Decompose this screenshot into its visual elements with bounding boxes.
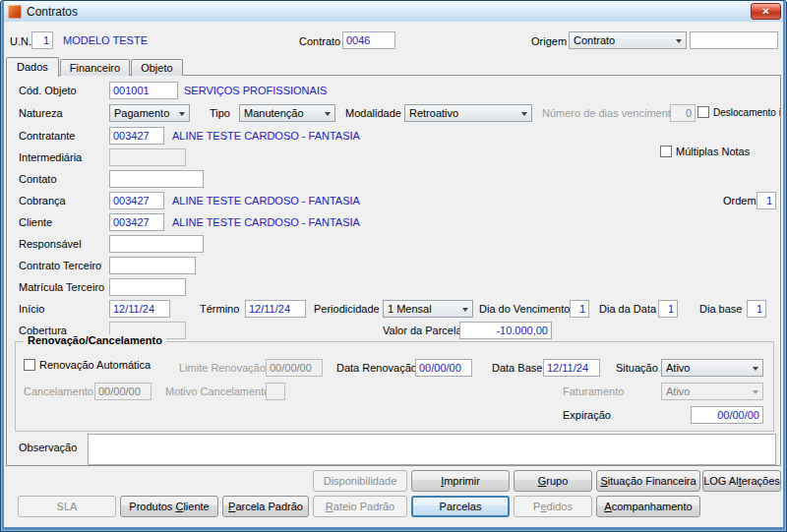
dia-base-input[interactable] [747,300,766,318]
dia-vencimento-input[interactable] [570,300,589,318]
situacao-select-value: Ativo [666,362,690,374]
cancelamento-input [94,383,151,400]
natureza-select-value: Pagamento [114,107,169,119]
cliente-input[interactable] [109,213,164,231]
dia-data-label: Dia da Data [599,303,656,315]
modalidade-label: Modalidade [345,107,401,119]
inicio-label: Início [19,303,44,315]
deslocamento-incluso-label: Deslocamento incluso [713,107,781,118]
inicio-input[interactable] [109,300,170,318]
data-renovacao-input[interactable] [415,359,472,377]
cod-objeto-label: Cód. Objeto [19,85,77,96]
motivo-cancelamento-input [266,383,285,400]
observacao-textarea[interactable] [88,434,776,465]
observacao-label: Observação [19,442,77,453]
sla-button: SLA [18,496,116,517]
tipo-select[interactable]: Manutenção [239,104,335,122]
modalidade-select[interactable]: Retroativo [404,104,532,122]
situacao-select[interactable]: Ativo [661,359,763,377]
limite-renovacao-label: Limite Renovação [179,362,266,374]
periodicidade-select[interactable]: 1 Mensal [383,300,473,318]
renovacao-automatica-label: Renovação Automática [39,359,151,371]
dia-data-input[interactable] [658,300,678,318]
un-input[interactable] [31,31,53,49]
checkbox-box [24,359,35,371]
chevron-down-icon [753,367,758,374]
intermediaria-label: Intermediária [19,151,82,163]
expiracao-input[interactable] [691,406,763,424]
parcelas-button[interactable]: Parcelas [411,496,510,517]
dias-vencimento-label: Número de dias vencimento [542,107,677,119]
tab-objeto[interactable]: Objeto [131,59,182,76]
contratos-window: Contratos ✕ U.N. MODELO TESTE Contrato O… [0,0,787,532]
pedidos-button: Pedidos [514,496,592,517]
origem-select[interactable]: Contrato [569,31,687,49]
origem-select-value: Contrato [574,34,615,46]
termino-input[interactable] [245,300,306,318]
data-renovacao-label: Data Renovação [336,362,417,374]
cancelamento-label: Cancelamento [24,385,93,397]
expiracao-label: Expiração [563,409,611,421]
parcela-padrao-button[interactable]: Parcela Padrão [222,496,309,517]
multiplas-notas-checkbox[interactable]: Múltiplas Notas [660,146,750,157]
natureza-select[interactable]: Pagamento [109,104,190,122]
un-label: U.N. [10,35,31,47]
renovacao-automatica-checkbox[interactable]: Renovação Automática [24,359,151,371]
tab-financeiro[interactable]: Financeiro [60,59,130,76]
checkbox-box [697,106,709,118]
cobranca-input[interactable] [109,192,164,209]
tipo-label: Tipo [210,107,230,119]
chevron-down-icon [179,112,185,119]
cobranca-label: Cobrança [19,195,66,207]
matricula-terceiro-input[interactable] [109,278,186,296]
dia-base-label: Dia base [699,303,742,315]
modalidade-select-value: Retroativo [409,107,458,119]
multiplas-notas-label: Múltiplas Notas [676,146,750,157]
chevron-down-icon [676,39,682,46]
responsavel-input[interactable] [109,235,204,253]
cliente-label: Cliente [19,216,52,228]
contrato-input[interactable] [342,31,395,49]
close-button[interactable]: ✕ [751,3,781,20]
dia-vencimento-label: Dia do Vencimento [479,303,570,315]
deslocamento-incluso-checkbox[interactable]: Deslocamento incluso [697,106,781,118]
origem-extra-input[interactable] [690,31,778,49]
contratante-desc: ALINE TESTE CARDOSO - FANTASIA [172,130,360,142]
titlebar[interactable]: Contratos ✕ [4,1,783,22]
tab-dados[interactable]: Dados [6,57,59,77]
intermediaria-input [109,148,186,166]
origem-label: Origem [531,35,567,47]
contrato-terceiro-input[interactable] [109,257,196,274]
acompanhamento-button[interactable]: Acompanhamento [596,496,700,517]
ordem-label: Ordem [723,195,757,207]
chevron-down-icon [325,112,331,119]
log-alteracoes-button[interactable]: LOG Alterações [702,470,781,492]
valor-parcela-input[interactable] [459,322,552,339]
cod-objeto-desc: SERVIÇOS PROFISSIONAIS [184,85,327,96]
ordem-input[interactable] [757,192,776,209]
faturamento-label: Faturamento [563,385,624,397]
motivo-cancelamento-label: Motivo Cancelamento [165,385,270,397]
data-base-input[interactable] [543,359,600,377]
contrato-label: Contrato [299,35,340,47]
client-area: U.N. MODELO TESTE Contrato Origem Contra… [4,22,783,527]
contrato-terceiro-label: Contrato Terceiro [19,260,101,271]
disponibilidade-button: Disponibilidade [313,470,407,492]
cod-objeto-input[interactable] [109,82,178,99]
natureza-label: Natureza [19,107,63,119]
responsavel-label: Responsável [19,238,82,250]
contato-input[interactable] [109,170,204,188]
renovacao-group-title: Renovação/Cancelamento [24,334,166,346]
periodicidade-label: Periodicidade [314,303,380,315]
grupo-button[interactable]: Grupo [514,470,592,492]
imprimir-button[interactable]: Imprimir [411,470,510,492]
situacao-financeira-button[interactable]: Situação Financeira [596,470,700,492]
termino-label: Término [200,303,239,315]
periodicidade-select-value: 1 Mensal [388,303,432,315]
tab-bar: Dados Financeiro Objeto [6,56,184,76]
chevron-down-icon [521,112,527,119]
contratante-input[interactable] [109,127,164,145]
faturamento-select-value: Ativo [666,385,690,397]
produtos-cliente-button[interactable]: Produtos Cliente [120,496,218,517]
chevron-down-icon [753,390,758,397]
